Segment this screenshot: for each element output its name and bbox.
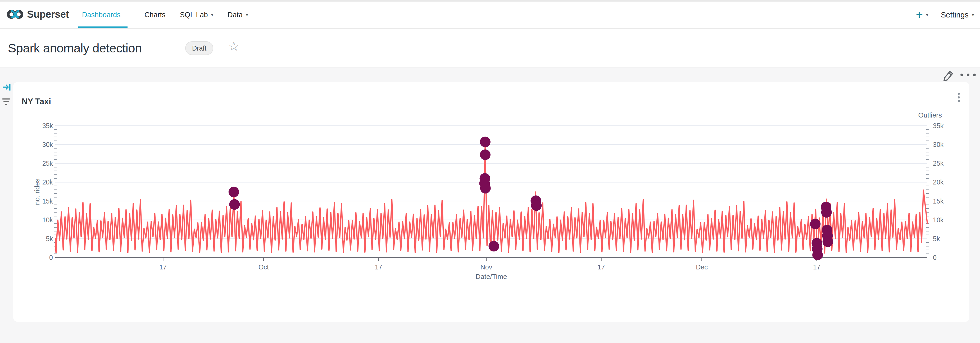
y-axis-tick-label-right: 15k — [933, 198, 944, 205]
ellipsis-dot — [961, 73, 963, 76]
outlier-point[interactable] — [229, 187, 239, 197]
filter-bar — [2, 99, 10, 99]
chart-options-kebab-button[interactable] — [955, 90, 963, 105]
rides-line-series[interactable] — [55, 142, 928, 255]
caret-down-icon: ▾ — [246, 12, 248, 18]
nav-item-label: Charts — [145, 11, 165, 19]
chart-card-ny-taxi: 005k5k10k10k15k15k20k20k25k25k30k30k35k3… — [13, 82, 969, 322]
outlier-point[interactable] — [489, 241, 499, 251]
outlier-point[interactable] — [480, 150, 490, 160]
outlier-point[interactable] — [480, 173, 490, 183]
caret-down-icon: ▾ — [211, 12, 213, 18]
more-options-button[interactable] — [961, 73, 976, 76]
nav-item-label: Dashboards — [82, 11, 121, 19]
y-axis-tick-label-right: 10k — [933, 216, 944, 223]
nav-item-dashboards[interactable]: Dashboards — [82, 2, 121, 28]
outlier-point[interactable] — [229, 199, 240, 210]
pencil-icon — [941, 68, 956, 84]
y-axis-title-left: no. rides — [33, 163, 41, 221]
outlier-point[interactable] — [480, 137, 490, 147]
chart-title: NY Taxi — [22, 97, 51, 106]
y-axis-tick-label-right: 35k — [933, 122, 944, 129]
ellipsis-dot — [973, 73, 976, 76]
settings-label: Settings — [941, 11, 969, 19]
filter-bar — [5, 104, 7, 105]
y-axis-tick-label-left: 15k — [42, 198, 53, 205]
x-axis-tick-label: 17 — [597, 263, 605, 271]
kebab-dot — [958, 93, 960, 95]
y-axis-tick-label-left: 0 — [49, 254, 53, 261]
nav-item-sql-lab[interactable]: SQL Lab ▾ — [180, 2, 213, 28]
new-item-button[interactable]: + ▾ — [916, 2, 928, 28]
nav-item-label: SQL Lab — [180, 11, 208, 19]
outlier-point[interactable] — [821, 207, 832, 217]
ellipsis-dot — [967, 73, 969, 76]
outlier-point[interactable] — [531, 200, 542, 211]
y-axis-tick-label-left: 30k — [42, 141, 53, 148]
kebab-dot — [958, 96, 960, 99]
y-axis-tick-label-right: 20k — [933, 179, 944, 186]
kebab-dot — [958, 100, 960, 102]
outlier-point[interactable] — [480, 183, 491, 193]
infinity-logo-icon — [7, 7, 23, 21]
y-axis-title-right: Outliers — [889, 111, 942, 120]
dashboard-title: Spark anomaly detection — [8, 29, 142, 67]
caret-down-icon: ▾ — [972, 12, 974, 18]
active-tab-underline — [78, 27, 127, 28]
nav-item-data[interactable]: Data ▾ — [228, 2, 248, 28]
timeseries-chart-plot[interactable]: 005k5k10k10k15k15k20k20k25k25k30k30k35k3… — [13, 82, 969, 322]
x-axis-tick-label: 17 — [375, 263, 382, 271]
navbar: Superset Dashboards Charts SQL Lab ▾ Dat… — [0, 2, 980, 29]
favorite-star-icon[interactable]: ☆ — [228, 39, 239, 53]
x-axis-tick-label: Oct — [258, 263, 269, 271]
y-axis-tick-label-left: 35k — [42, 122, 53, 129]
y-axis-tick-label-right: 0 — [933, 254, 937, 261]
y-axis-tick-label-left: 5k — [46, 235, 53, 242]
nav-item-charts[interactable]: Charts — [145, 2, 165, 28]
y-axis-tick-label-right: 5k — [933, 235, 940, 242]
brand-name: Superset — [27, 9, 69, 20]
superset-page: Superset Dashboards Charts SQL Lab ▾ Dat… — [0, 0, 980, 343]
caret-down-icon: ▾ — [926, 12, 928, 18]
filter-icon[interactable] — [2, 97, 11, 106]
draft-status-badge: Draft — [185, 41, 213, 55]
y-axis-tick-label-left: 25k — [42, 160, 53, 167]
outlier-point[interactable] — [812, 250, 823, 260]
plus-icon: + — [916, 9, 923, 21]
filter-bar — [3, 101, 9, 102]
dashboard-header: Spark anomaly detection Draft ☆ — [0, 29, 980, 67]
x-axis-tick-label: 17 — [159, 263, 167, 271]
y-axis-tick-label-right: 25k — [933, 160, 944, 167]
nav-item-label: Data — [228, 11, 243, 19]
superset-logo[interactable]: Superset — [7, 7, 69, 21]
settings-menu[interactable]: Settings ▾ — [941, 2, 974, 28]
x-axis-title: Date/Time — [438, 273, 544, 281]
x-axis-tick-label: 17 — [813, 263, 821, 271]
arrow-to-bar-icon — [2, 83, 11, 92]
x-axis-tick-label: Dec — [696, 263, 708, 271]
outlier-point[interactable] — [822, 236, 833, 247]
expand-filter-panel-button[interactable] — [2, 83, 11, 93]
outlier-point[interactable] — [810, 219, 821, 229]
y-axis-tick-label-right: 30k — [933, 141, 944, 148]
x-axis-tick-label: Nov — [480, 263, 492, 271]
y-axis-tick-label-left: 20k — [42, 179, 53, 186]
y-axis-tick-label-left: 10k — [42, 216, 53, 223]
